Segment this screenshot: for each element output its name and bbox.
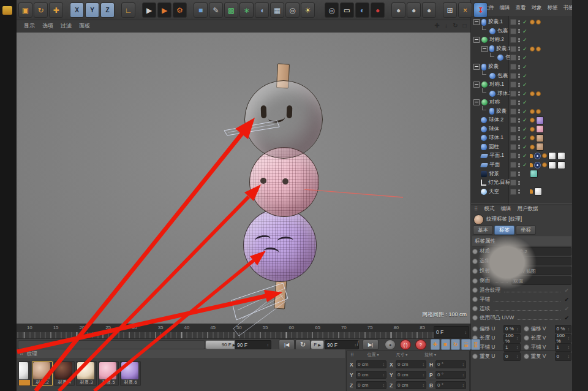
play-loop-button[interactable]: ↻ xyxy=(295,340,311,350)
expand-toggle-icon[interactable] xyxy=(473,64,480,70)
mini-frame-knob[interactable]: F xyxy=(311,340,324,349)
checkbox[interactable]: ✔ xyxy=(564,306,569,312)
layer-square-icon[interactable] xyxy=(510,126,516,132)
viewport-menu-item[interactable]: 显示 xyxy=(24,22,35,30)
scale-key-toggle[interactable]: ■ xyxy=(441,339,450,350)
deformer-icon[interactable]: ∗ xyxy=(239,2,254,18)
visibility-dots-icon[interactable] xyxy=(518,181,520,185)
texture-tag-swatch[interactable] xyxy=(536,125,544,133)
animation-dot-icon[interactable] xyxy=(472,297,478,302)
object-manager-menu-item[interactable]: 查看 xyxy=(516,4,526,12)
rotation-key-toggle[interactable]: ↻ xyxy=(451,339,460,350)
visibility-dots-icon[interactable] xyxy=(518,29,520,33)
expand-toggle-icon[interactable] xyxy=(473,135,479,141)
animation-dot-icon[interactable] xyxy=(472,278,478,284)
expand-toggle-icon[interactable] xyxy=(473,144,479,150)
expand-toggle-icon[interactable] xyxy=(482,106,486,110)
object-name[interactable]: 圆柱 xyxy=(489,143,499,151)
floor-environment-icon[interactable]: ▦ xyxy=(270,2,284,18)
visibility-dots-icon[interactable] xyxy=(518,74,520,78)
object-row[interactable]: 背景 xyxy=(471,169,573,178)
visibility-dots-icon[interactable] xyxy=(518,91,520,96)
enabled-check-icon[interactable] xyxy=(522,99,527,105)
layer-square-icon[interactable] xyxy=(510,162,516,168)
light-icon[interactable]: ☀ xyxy=(301,2,315,18)
rotate-tool-icon[interactable]: ↻ xyxy=(34,2,48,18)
interactive-render-region-icon[interactable]: ◎ xyxy=(325,2,339,18)
object-row[interactable]: 胶囊.1 xyxy=(471,45,573,54)
snap-settings-icon[interactable]: ⊞ xyxy=(443,2,457,18)
material-item[interactable] xyxy=(18,361,31,386)
enabled-check-icon[interactable] xyxy=(522,108,527,115)
object-manager-menu-item[interactable]: 编辑 xyxy=(500,4,510,12)
animation-dot-icon[interactable] xyxy=(472,315,478,321)
object-name[interactable]: 包裹 xyxy=(497,72,508,80)
coordinate-field[interactable]: 0 cm↕ xyxy=(396,381,426,389)
visibility-dots-icon[interactable] xyxy=(518,172,520,176)
coordinate-field[interactable]: 0 cm↕ xyxy=(396,371,426,379)
uv-field-value[interactable]: 100 %↕ xyxy=(555,334,572,343)
object-row[interactable]: 包裹 xyxy=(471,27,573,36)
coordinate-column-dropdown[interactable]: 位置 xyxy=(368,352,379,358)
tag-icon[interactable] xyxy=(536,47,541,51)
material-item[interactable]: 材质.4 xyxy=(54,361,75,386)
enabled-check-icon[interactable] xyxy=(522,64,527,70)
layer-square-icon[interactable] xyxy=(510,73,516,79)
target-tag-icon[interactable] xyxy=(534,153,541,159)
tag-icon[interactable] xyxy=(530,118,535,123)
spline-primitive-icon[interactable]: ◖ xyxy=(255,2,269,18)
content-browser-icon[interactable]: ↧ xyxy=(473,2,488,18)
material-thumbnail[interactable] xyxy=(55,362,72,379)
viewport-menu-item[interactable]: 面板 xyxy=(79,22,90,30)
layer-square-icon[interactable] xyxy=(510,189,516,195)
primitive-cube-icon[interactable]: ■ xyxy=(194,2,208,18)
material-shader-icon[interactable]: ▭ xyxy=(340,2,354,18)
keyframe-help-button[interactable]: ? xyxy=(415,340,426,350)
animation-dot-icon[interactable] xyxy=(472,306,478,311)
enabled-check-icon[interactable] xyxy=(522,162,527,168)
animation-dot-icon[interactable] xyxy=(472,354,478,359)
coordinate-field[interactable]: 0 cm↕ xyxy=(356,371,386,379)
texture-tag-swatch[interactable] xyxy=(548,161,556,169)
timeline-end-frame-field[interactable]: 0 F↕ xyxy=(434,326,469,338)
tag-icon[interactable] xyxy=(536,91,541,96)
texture-tag-swatch[interactable] xyxy=(530,170,538,178)
coordinate-field[interactable]: 0 °↕ xyxy=(435,360,466,368)
object-manager-menu-item[interactable]: 对象 xyxy=(532,4,542,12)
tag-icon[interactable] xyxy=(542,153,547,158)
tag-icon[interactable] xyxy=(536,20,541,25)
expand-toggle-icon[interactable] xyxy=(473,171,479,177)
object-row[interactable]: 平面 xyxy=(471,161,573,170)
visibility-dots-icon[interactable] xyxy=(518,145,520,149)
animation-dot-icon[interactable] xyxy=(472,259,478,264)
object-row[interactable]: 圆柱 xyxy=(471,143,573,152)
shading-sphere-1-icon[interactable]: ● xyxy=(391,2,405,18)
checkbox[interactable]: ✔ xyxy=(564,287,569,294)
attribute-tab[interactable]: 标签 xyxy=(494,226,514,235)
texture-tag-swatch[interactable] xyxy=(536,116,544,124)
expand-toggle-icon[interactable] xyxy=(482,26,486,30)
object-name[interactable]: 平面 xyxy=(489,161,500,169)
tag-icon[interactable] xyxy=(530,154,533,158)
panel-grip-icon[interactable]: ⠿ xyxy=(474,206,478,212)
expand-toggle-icon[interactable] xyxy=(473,99,480,105)
dango-sphere-top[interactable] xyxy=(244,80,323,159)
shading-sphere-2-icon[interactable]: ● xyxy=(407,2,421,18)
autokey-button[interactable]: ( ) xyxy=(400,340,411,350)
object-manager-menu-item[interactable]: 标签 xyxy=(548,4,558,12)
coordinate-field[interactable]: 0 cm↕ xyxy=(356,381,386,389)
tag-icon[interactable] xyxy=(536,109,541,114)
z-axis-lock-button[interactable]: Z xyxy=(100,2,115,18)
enabled-check-icon[interactable] xyxy=(522,117,527,123)
x-axis-lock-button[interactable]: X xyxy=(70,2,84,18)
animation-dot-icon[interactable] xyxy=(472,249,478,254)
material-manager-title[interactable]: 纹理 xyxy=(27,351,37,358)
object-name[interactable]: 对称 xyxy=(489,99,500,106)
material-thumbnail[interactable] xyxy=(77,362,94,379)
viewport-3d[interactable]: 网格间距 : 100 cm xyxy=(17,32,470,324)
layer-square-icon[interactable] xyxy=(510,171,516,177)
expand-toggle-icon[interactable] xyxy=(473,118,479,123)
viewport-menu-item[interactable]: 过滤 xyxy=(61,22,72,30)
enabled-check-icon[interactable] xyxy=(522,19,527,25)
zoom-view-icon[interactable]: ↓ xyxy=(443,20,450,30)
